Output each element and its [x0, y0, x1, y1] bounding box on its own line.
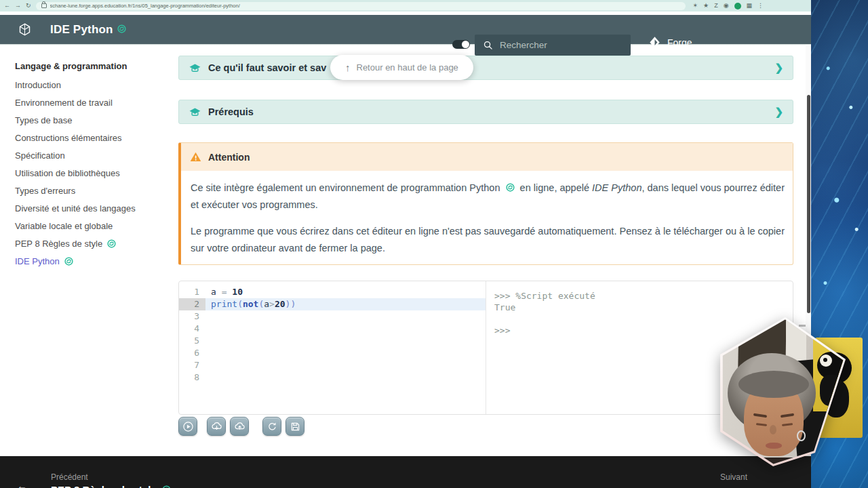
sidebar-item-environnement-de-travail[interactable]: Environnement de travail — [15, 98, 171, 108]
line-number: 2 — [179, 298, 205, 310]
line-number: 5 — [179, 335, 205, 347]
panel-savoir[interactable]: Ce qu'il faut savoir et sav ❯ — [178, 56, 793, 80]
upload-icon — [233, 420, 246, 433]
attention-body: Ce site intègre également un environneme… — [181, 171, 793, 257]
sidebar-item-utilisation-de-biblioth-ques[interactable]: Utilisation de bibliothèques — [15, 168, 171, 178]
chevron-right-icon[interactable]: ❯ — [774, 106, 783, 118]
sidebar-item-constructions-l-mentaires[interactable]: Constructions élémentaires — [15, 133, 171, 143]
sidebar-section-title: Langage & programmation — [15, 61, 171, 71]
sidebar-item-introduction[interactable]: Introduction — [15, 80, 171, 90]
code-line[interactable]: 4 — [179, 323, 486, 335]
sidebar-item-diversit-et-unit-des-langages[interactable]: Diversité et unité des langages — [15, 203, 171, 214]
password-key-icon[interactable]: ✶ — [693, 3, 698, 9]
sidebar-item-types-de-base[interactable]: Types de base — [15, 115, 171, 125]
run-icon — [182, 420, 195, 433]
reset-icon — [266, 420, 279, 433]
code-line[interactable]: 6 — [179, 347, 486, 359]
sidebar-item-ide-python[interactable]: IDE Python — [15, 256, 171, 266]
sidebar-item-label: PEP 8 Règles de style — [15, 239, 102, 249]
code-text[interactable]: a = 10 — [205, 286, 486, 298]
python-icon — [106, 239, 117, 249]
save-icon — [289, 420, 302, 433]
code-editor[interactable]: 1a = 102print(not(a>20))345678 — [179, 281, 486, 414]
save-button[interactable] — [285, 417, 304, 436]
code-text[interactable] — [205, 359, 486, 371]
back-to-top-button[interactable]: ↑ Retour en haut de la page — [330, 55, 473, 80]
previous-page-link[interactable]: PEP 8 Règles de style — [51, 484, 172, 488]
code-text[interactable] — [205, 323, 486, 335]
browser-toolbar: ← → ↻ schane-lune.forge.apps.education.f… — [0, 0, 811, 12]
code-line[interactable]: 1a = 10 — [179, 286, 486, 298]
browser-actions: ✶★Z◉▦⋮ — [693, 3, 764, 9]
line-number: 8 — [179, 371, 205, 384]
extensions-icon[interactable]: ▦ — [747, 3, 753, 9]
browser-window: ← → ↻ schane-lune.forge.apps.education.f… — [0, 0, 811, 488]
search-input[interactable]: Rechercher — [475, 35, 631, 56]
footer-nav: ← Précédent PEP 8 Règles de style Suivan… — [0, 456, 811, 488]
run-button[interactable] — [178, 417, 197, 436]
attention-paragraph-2: Le programme que vous écrirez dans cet é… — [191, 223, 785, 257]
sidebar-item-label: Utilisation de bibliothèques — [15, 168, 120, 178]
sidebar-item-label: Variable locale et globale — [15, 221, 113, 231]
search-icon — [483, 40, 493, 50]
dark-mode-toggle[interactable] — [452, 40, 470, 49]
code-line[interactable]: 8 — [179, 371, 486, 384]
reset-button[interactable] — [262, 417, 281, 436]
scrollbar-thumb[interactable] — [807, 95, 810, 313]
search-placeholder: Rechercher — [500, 40, 547, 50]
back-to-top-label: Retour en haut de la page — [357, 62, 458, 73]
attention-admonition: Attention Ce site intègre également un e… — [178, 142, 793, 265]
extension-z-icon[interactable]: Z — [714, 3, 718, 9]
sidebar-item-pep-8-r-gles-de-style[interactable]: PEP 8 Règles de style — [15, 239, 171, 249]
bookmark-star-icon[interactable]: ★ — [703, 3, 709, 9]
site-header: IDE Python Rechercher Forge — [0, 15, 811, 44]
code-text[interactable] — [205, 310, 486, 323]
sidebar-item-types-d-erreurs[interactable]: Types d'erreurs — [15, 186, 171, 196]
code-text[interactable] — [205, 335, 486, 347]
attention-header: Attention — [181, 143, 793, 171]
arrow-up-icon: ↑ — [345, 62, 351, 73]
panel-title: Prérequis — [208, 106, 254, 117]
code-text[interactable] — [205, 347, 486, 359]
forward-icon[interactable]: → — [15, 3, 21, 9]
upload-button[interactable] — [230, 417, 249, 436]
forge-label: Forge — [667, 37, 692, 48]
python-ide: 1a = 102print(not(a>20))345678 >>> %Scri… — [178, 281, 793, 415]
chevron-right-icon[interactable]: ❯ — [774, 62, 783, 74]
code-line[interactable]: 3 — [179, 310, 486, 323]
screenshot-icon[interactable]: ◉ — [724, 3, 729, 9]
person-lips — [766, 443, 782, 449]
panel-prerequis[interactable]: Prérequis ❯ — [178, 100, 793, 124]
code-text[interactable]: print(not(a>20)) — [205, 298, 486, 310]
page-title: IDE Python — [50, 23, 113, 37]
menu-icon[interactable]: ⋮ — [757, 3, 764, 9]
arrow-left-icon[interactable]: ← — [17, 480, 27, 488]
webcam-overlay — [715, 308, 851, 478]
reload-icon[interactable]: ↻ — [26, 3, 31, 9]
webcam-video — [718, 311, 848, 475]
line-number: 4 — [179, 323, 205, 335]
profile-avatar[interactable] — [734, 3, 741, 9]
sidebar-item-sp-cification[interactable]: Spécification — [15, 150, 171, 161]
address-bar[interactable]: schane-lune.forge.apps.education.fr/1ns/… — [36, 2, 686, 10]
sidebar-item-label: Types d'erreurs — [15, 186, 75, 196]
code-line[interactable]: 2print(not(a>20)) — [179, 298, 486, 310]
lock-icon — [41, 3, 47, 8]
sidebar-item-variable-locale-et-globale[interactable]: Variable locale et globale — [15, 221, 171, 231]
ide-toolbar — [178, 416, 304, 436]
attention-paragraph-1: Ce site intègre également un environneme… — [191, 180, 785, 214]
site-logo-icon[interactable] — [18, 22, 32, 37]
code-line[interactable]: 5 — [179, 335, 486, 347]
sidebar-item-label: Introduction — [15, 80, 61, 90]
download-button[interactable] — [207, 417, 226, 436]
forge-link[interactable]: Forge — [648, 35, 692, 49]
back-icon[interactable]: ← — [4, 3, 10, 9]
sidebar-nav: Langage & programmation IntroductionEnvi… — [15, 61, 171, 266]
code-line[interactable]: 7 — [179, 359, 486, 371]
code-text[interactable] — [205, 371, 486, 384]
sidebar-item-label: Constructions élémentaires — [15, 133, 122, 143]
python-icon — [161, 485, 172, 488]
person-nose — [770, 425, 776, 434]
url-text[interactable]: schane-lune.forge.apps.education.fr/1ns/… — [50, 3, 240, 9]
console-line: >>> %Script exécuté — [494, 290, 793, 302]
